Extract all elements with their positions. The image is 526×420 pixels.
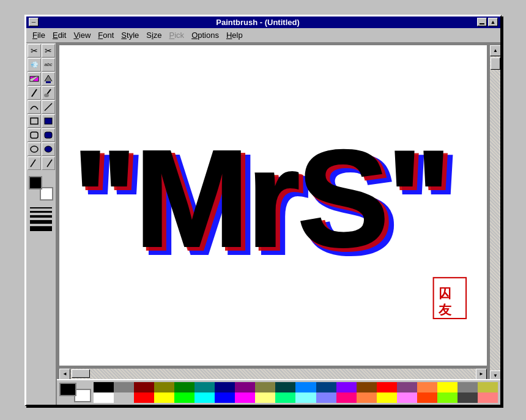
ellipse-tool[interactable] [28, 142, 41, 156]
brush-tool[interactable] [42, 86, 55, 100]
color-black[interactable] [94, 382, 114, 392]
line-width-2[interactable] [30, 211, 52, 213]
color-hot-pink[interactable] [336, 392, 357, 403]
scroll-down-button[interactable]: ▼ [490, 370, 500, 379]
text-icon: abc [45, 62, 53, 67]
line-width-5[interactable] [30, 226, 52, 231]
scroll-thumb-v[interactable] [491, 57, 500, 70]
filled-ellipse-tool[interactable] [42, 142, 55, 156]
color-blue[interactable] [215, 392, 235, 403]
menu-style[interactable]: Style [117, 29, 143, 41]
color-violet[interactable] [336, 382, 357, 392]
scroll-up-button[interactable]: ▲ [490, 45, 500, 56]
line-tool[interactable] [42, 100, 55, 114]
color-light-cyan[interactable] [295, 392, 316, 403]
scissors-tool[interactable]: ✂ [28, 44, 41, 57]
scroll-track-v[interactable] [490, 56, 500, 370]
color-dark-yellow[interactable] [255, 382, 275, 392]
line-width-3[interactable] [30, 215, 52, 218]
menu-edit[interactable]: Edit [49, 29, 70, 41]
line-icon [43, 102, 53, 112]
color-dark-red[interactable] [134, 382, 154, 392]
scroll-thumb-h[interactable] [72, 369, 90, 378]
color-eraser-tool[interactable] [28, 72, 41, 86]
rect-tool[interactable] [28, 114, 41, 128]
svg-point-12 [31, 146, 38, 152]
color-white[interactable] [94, 392, 114, 403]
fg-color-display[interactable] [59, 383, 76, 396]
color-olive[interactable] [154, 382, 174, 392]
scroll-right-button[interactable]: ► [476, 369, 487, 379]
title-bar: ─ Paintbrush - (Untitled) ▲ [26, 17, 500, 28]
drawing-canvas[interactable]: "MrS" "MrS" "MrS" 囚 [59, 45, 487, 366]
minimize-button[interactable] [477, 18, 487, 26]
color-dark-green[interactable] [174, 382, 194, 392]
scissors2-tool[interactable]: ✂ [42, 44, 55, 57]
palette-top-row [94, 382, 498, 392]
svg-line-7 [45, 103, 52, 111]
filled-ellipse-icon [43, 144, 53, 154]
scroll-left-button[interactable]: ◄ [59, 369, 70, 379]
foreground-color-swatch[interactable] [29, 176, 42, 190]
color-bright-yellow[interactable] [154, 392, 174, 403]
color-gray[interactable] [114, 382, 134, 392]
menu-font[interactable]: Font [94, 29, 117, 41]
svg-text:友: 友 [438, 303, 452, 316]
color-mauve[interactable] [397, 382, 417, 392]
color-yellow-top[interactable] [437, 382, 457, 392]
menu-pick[interactable]: Pick [166, 29, 188, 41]
color-purple[interactable] [235, 382, 255, 392]
spray-tool[interactable]: 💨 [28, 58, 41, 72]
color-deep-orange[interactable] [417, 392, 437, 403]
color-light-yellow[interactable] [255, 392, 275, 403]
color-medium-blue[interactable] [316, 382, 336, 392]
rounded-rect-icon [29, 130, 39, 140]
active-color-display [59, 383, 91, 402]
filled-rect-tool[interactable] [42, 114, 55, 128]
color-gray2[interactable] [457, 382, 478, 392]
text-tool[interactable]: abc [42, 58, 55, 72]
curve-tool[interactable] [28, 100, 41, 114]
color-brown[interactable] [357, 382, 377, 392]
line-width-4[interactable] [30, 220, 52, 224]
color-bright-red[interactable] [134, 392, 154, 403]
line-width-1[interactable] [30, 207, 52, 208]
line2-tool[interactable] [28, 157, 41, 170]
color-dark-gray[interactable] [457, 392, 478, 403]
color-pink[interactable] [397, 392, 417, 403]
bg-color-display[interactable] [74, 389, 91, 402]
color-light-gray[interactable] [114, 392, 134, 403]
color-magenta[interactable] [235, 392, 255, 403]
color-lime[interactable] [437, 392, 457, 403]
color-light-red[interactable] [478, 392, 498, 403]
fill-tool[interactable] [42, 72, 55, 86]
menu-options[interactable]: Options [188, 29, 223, 41]
color-coral[interactable] [357, 392, 377, 403]
menu-help[interactable]: Help [223, 29, 246, 41]
menu-size[interactable]: Size [143, 29, 165, 41]
menu-file[interactable]: File [29, 29, 49, 41]
color-light-blue[interactable] [295, 382, 316, 392]
color-bright-green[interactable] [174, 392, 194, 403]
color-teal[interactable] [194, 382, 215, 392]
color-dark-blue[interactable] [215, 382, 235, 392]
color-yellow-bottom[interactable] [377, 392, 397, 403]
color-periwinkle[interactable] [316, 392, 336, 403]
svg-line-14 [31, 160, 35, 167]
color-spring-green[interactable] [275, 392, 295, 403]
svg-rect-8 [31, 118, 38, 124]
color-red[interactable] [377, 382, 397, 392]
line3-tool[interactable] [42, 157, 55, 170]
color-yellow-green[interactable] [478, 382, 498, 392]
pencil-tool[interactable] [28, 86, 41, 100]
system-menu-button[interactable]: ─ [29, 18, 39, 26]
svg-rect-10 [31, 132, 38, 138]
color-dark-teal[interactable] [275, 382, 295, 392]
rounded-rect-tool[interactable] [28, 128, 41, 142]
color-cyan[interactable] [194, 392, 215, 403]
menu-view[interactable]: View [70, 29, 94, 41]
filled-rounded-rect-tool[interactable] [42, 128, 55, 142]
scroll-track-h[interactable] [70, 369, 476, 379]
maximize-button[interactable]: ▲ [488, 18, 498, 26]
color-orange[interactable] [417, 382, 437, 392]
